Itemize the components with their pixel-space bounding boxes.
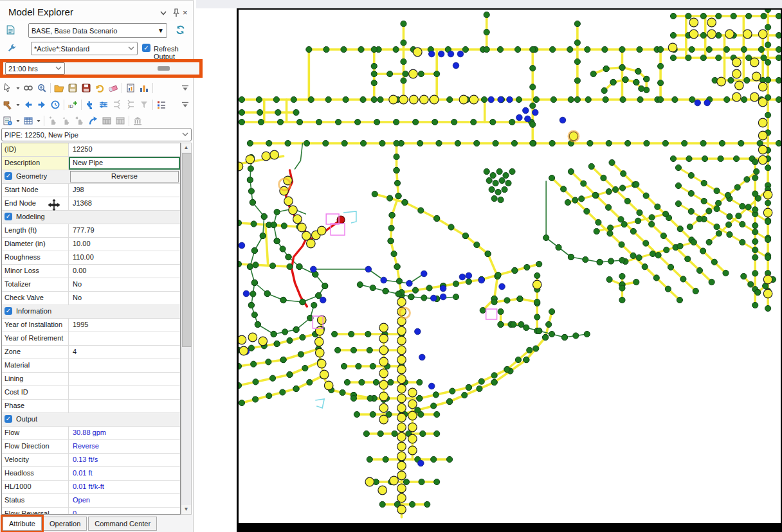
attribute-value-cell[interactable]: [69, 332, 180, 345]
attribute-label: Length (ft): [2, 224, 69, 237]
attribute-value-cell[interactable]: 0.00: [69, 265, 180, 278]
attribute-row: Flow Reversal0: [2, 508, 180, 515]
faucet-icon: [85, 100, 95, 110]
refresh-output-checkbox[interactable]: ✓: [142, 44, 150, 52]
section-checkbox[interactable]: ✓: [5, 213, 12, 220]
attribute-value-cell[interactable]: 0.01 ft/k-ft: [69, 481, 180, 493]
id-plus-button[interactable]: ID: [66, 98, 79, 111]
pin-icon[interactable]: [171, 8, 181, 18]
select-cursor-button[interactable]: [1, 82, 14, 94]
bar-chart-button[interactable]: [138, 82, 150, 94]
reverse-button[interactable]: Reverse: [70, 171, 179, 182]
scrollbar-down-arrow[interactable]: ▼: [181, 505, 191, 514]
chevron-down-icon: [55, 66, 62, 71]
attribute-value-cell[interactable]: 12250: [69, 143, 180, 156]
open-folder-button[interactable]: [53, 82, 66, 94]
overflow-icon: [180, 83, 190, 93]
attribute-value-cell[interactable]: 0.13 ft/s: [69, 454, 180, 466]
attribute-value-cell[interactable]: [69, 373, 180, 386]
history-button[interactable]: [49, 98, 62, 111]
attribute-value-cell[interactable]: 0: [69, 508, 180, 515]
faucet-button[interactable]: [84, 98, 96, 111]
merge-gray-button[interactable]: [124, 98, 137, 111]
caret-icon[interactable]: [15, 114, 21, 127]
arrow-right-button[interactable]: [35, 98, 48, 111]
network-map[interactable]: [239, 10, 781, 523]
attribute-value-cell[interactable]: 0.01 ft: [69, 467, 180, 480]
attribute-value-cell[interactable]: 777.79: [69, 224, 180, 237]
calc-gray-button[interactable]: [100, 114, 113, 127]
pipes-layer[interactable]: [239, 10, 779, 517]
binoculars-button[interactable]: [22, 82, 35, 94]
close-icon[interactable]: ×: [183, 8, 193, 18]
undo-button[interactable]: [93, 82, 106, 94]
redirect-blue-button[interactable]: [87, 114, 100, 127]
caret-icon[interactable]: [15, 82, 21, 94]
form-tool-button[interactable]: [1, 114, 14, 127]
panel-tabs-bar: AttributeOperationCommand Center: [0, 515, 193, 532]
attribute-value-cell[interactable]: [69, 400, 180, 412]
tab-operation[interactable]: Operation: [43, 517, 87, 531]
hand-split-gray-button[interactable]: [73, 114, 86, 127]
arrow-left-button[interactable]: [22, 98, 35, 111]
zoom-button[interactable]: [35, 82, 48, 94]
attribute-value-cell[interactable]: No: [69, 292, 180, 305]
attribute-value-cell[interactable]: No: [69, 278, 180, 291]
network-map-viewport[interactable]: [237, 8, 782, 532]
save-red-button[interactable]: [80, 82, 93, 94]
attribute-label: Zone: [2, 346, 69, 359]
attribute-value-cell[interactable]: 30.88 gpm: [69, 427, 180, 439]
attribute-value-cell[interactable]: New Pipe: [69, 157, 180, 170]
overflow-button[interactable]: [179, 82, 192, 94]
caret-icon[interactable]: [15, 98, 21, 111]
attribute-value-cell[interactable]: 1995: [69, 319, 180, 332]
junction-nodes-layer[interactable]: [239, 10, 781, 514]
attribute-value-cell[interactable]: 10.00: [69, 238, 180, 251]
hand-move-gray-button[interactable]: [60, 114, 73, 127]
panel-title-bar: Model Explorer ×: [0, 4, 193, 21]
attribute-label: Lining: [2, 373, 69, 386]
scrollbar-up-arrow[interactable]: ▲: [181, 143, 191, 152]
attribute-value-cell[interactable]: J98: [69, 184, 180, 197]
hand-add-gray-icon: [48, 116, 58, 126]
section-checkbox[interactable]: ✓: [5, 172, 12, 180]
caret-icon[interactable]: [35, 114, 42, 127]
attribute-row: StatusOpen: [2, 494, 180, 508]
time-slider-handle[interactable]: [158, 66, 170, 71]
id-plus-icon: ID: [68, 100, 78, 110]
element-combobox[interactable]: PIPE: 12250, New Pipe: [1, 128, 192, 141]
sliders-button[interactable]: [97, 98, 110, 111]
attribute-value-cell[interactable]: 110.00: [69, 251, 180, 264]
time-step-combobox[interactable]: 21:00 hrs: [5, 62, 65, 75]
hand-add-gray-button[interactable]: [46, 114, 59, 127]
attribute-value-cell[interactable]: 4: [69, 346, 180, 359]
attribute-value-cell[interactable]: J1368: [69, 197, 180, 210]
attribute-value-cell[interactable]: Reverse: [69, 440, 180, 453]
branch-gray-button[interactable]: [111, 98, 123, 111]
active-standard-combobox[interactable]: *Active*:Standard: [31, 42, 138, 55]
section-checkbox[interactable]: ✓: [5, 415, 12, 423]
grid-scrollbar[interactable]: ▲ ▼: [181, 143, 192, 515]
attribute-value-cell[interactable]: [69, 386, 180, 399]
table-tool-button[interactable]: [22, 114, 35, 127]
domain-list-button[interactable]: [155, 98, 168, 111]
funnel-gray-button[interactable]: [138, 98, 150, 111]
tab-attribute[interactable]: Attribute: [3, 517, 42, 531]
hammer-button[interactable]: [1, 98, 14, 111]
eraser-button[interactable]: [107, 82, 120, 94]
section-checkbox[interactable]: ✓: [5, 307, 12, 315]
save-button[interactable]: [66, 82, 79, 94]
attribute-row: DescriptionNew Pipe: [2, 157, 180, 170]
building-gray-button[interactable]: [131, 114, 144, 127]
scenario-sync-icon[interactable]: [175, 24, 186, 37]
overflow-button[interactable]: [179, 98, 192, 111]
chevron-down-icon[interactable]: [158, 8, 168, 18]
attribute-row: Length (ft)777.79: [2, 224, 180, 238]
attribute-value-cell[interactable]: [69, 359, 180, 372]
scrollbar-thumb[interactable]: [182, 153, 192, 347]
attribute-value-cell[interactable]: Open: [69, 494, 180, 507]
tab-command-center[interactable]: Command Center: [88, 517, 157, 531]
calc2-gray-button[interactable]: [114, 114, 127, 127]
scenario-combobox[interactable]: BASE, Base Data Scenario ▼: [28, 23, 167, 38]
report-button[interactable]: [124, 82, 137, 94]
